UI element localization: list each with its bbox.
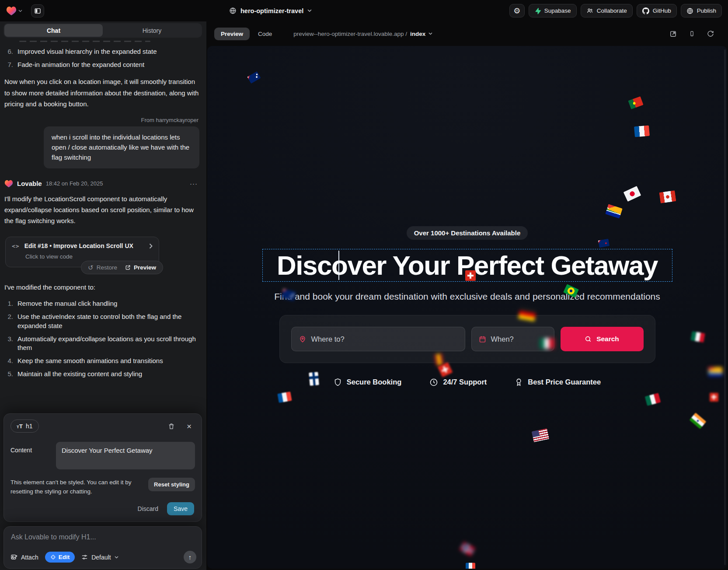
github-button[interactable]: GitHub (637, 4, 677, 17)
element-tag-pill[interactable]: TT h1 (10, 420, 39, 433)
shield-icon (334, 378, 342, 387)
search-label: Search (596, 335, 619, 343)
globe-icon (229, 7, 237, 14)
refresh-icon[interactable] (707, 30, 714, 37)
reset-styling-button[interactable]: Reset styling (148, 478, 195, 491)
mexico-flag-icon (540, 338, 554, 349)
app-top-bar: hero-optimizer-travel ⚙ Supabase Collabo… (0, 0, 728, 21)
trash-icon[interactable] (168, 423, 175, 430)
france-flag-icon (466, 563, 475, 569)
france-flag-icon (634, 126, 650, 137)
where-to-input[interactable]: Where to? (291, 327, 465, 351)
project-name: hero-optimizer-travel (240, 7, 303, 14)
publish-button[interactable]: Publish (681, 4, 722, 17)
supabase-button[interactable]: Supabase (529, 4, 577, 17)
supabase-icon (534, 7, 541, 14)
switzerland-flag-icon (465, 270, 476, 281)
gear-icon: ⚙ (513, 7, 520, 15)
preview-toolbar: Preview Code preview--hero-optimizer-tra… (206, 21, 728, 46)
tab-chat[interactable]: Chat (4, 24, 103, 37)
styling-note: This element can't be styled. You can ed… (10, 478, 143, 497)
feature-label: 24/7 Support (443, 378, 487, 386)
github-icon (642, 7, 649, 14)
list-item: 3.Automatically expand/collapse location… (4, 335, 199, 353)
preview-pane: Preview Code preview--hero-optimizer-tra… (206, 21, 728, 570)
version-actions-pill: ↺ Restore Preview (81, 261, 163, 274)
list-item: 6.Improved visual hierarchy in the expan… (4, 47, 199, 56)
edit-mode-button[interactable]: Edit (45, 552, 75, 563)
preview-label: Preview (134, 264, 156, 271)
calendar-icon (479, 336, 486, 343)
map-pin-icon (299, 335, 307, 343)
chevron-down-icon (307, 9, 312, 12)
content-textarea[interactable]: Discover Your Perfect Getaway (56, 442, 195, 469)
send-button[interactable]: ↑ (184, 551, 196, 563)
sliders-icon (81, 554, 88, 560)
search-card: Where to? When? (279, 315, 655, 363)
save-button[interactable]: Save (167, 502, 194, 515)
lovable-logo-menu[interactable] (6, 6, 22, 16)
publish-label: Publish (697, 7, 716, 14)
switzerland-flag-icon (710, 393, 718, 402)
url-host: preview--hero-optimizer-travel.lovable.a… (293, 31, 407, 37)
preview-url[interactable]: preview--hero-optimizer-travel.lovable.a… (293, 31, 432, 37)
chevron-right-icon (149, 243, 153, 249)
open-in-new-tab-icon[interactable] (669, 30, 677, 38)
preview-scrollbar[interactable] (724, 49, 726, 565)
supabase-label: Supabase (544, 7, 571, 14)
external-link-icon (125, 265, 131, 270)
search-icon (585, 336, 592, 343)
hero-subtitle: Find and book your dream destination wit… (274, 291, 660, 302)
attach-button[interactable]: Attach (10, 554, 38, 561)
close-icon[interactable]: × (187, 422, 192, 430)
collaborate-button[interactable]: Collaborate (581, 4, 633, 17)
discard-button[interactable]: Discard (138, 505, 158, 512)
globe-icon (686, 7, 693, 14)
feature-best-price: Best Price Guarantee (515, 378, 601, 387)
image-icon (10, 554, 17, 561)
message-menu-button[interactable]: ··· (190, 180, 198, 187)
list-item: 5.Maintain all the existing content and … (4, 370, 199, 379)
settings-button[interactable]: ⚙ (509, 4, 525, 17)
restore-button[interactable]: ↺ Restore (88, 264, 117, 272)
assistant-paragraph: Now when you click on a location image, … (4, 76, 199, 109)
text-cursor (338, 251, 339, 280)
mode-selector[interactable]: Default (81, 554, 118, 561)
github-label: GitHub (653, 7, 671, 14)
canada-flag-icon (659, 190, 676, 203)
restore-label: Restore (97, 264, 117, 271)
chevron-down-icon (428, 32, 432, 35)
preview-version-button[interactable]: Preview (125, 264, 156, 271)
sidebar-toggle-button[interactable] (31, 4, 44, 17)
chat-input[interactable]: Ask Lovable to modify H1... (11, 533, 195, 541)
list-item: 4.Keep the same smooth animations and tr… (4, 357, 199, 366)
element-editor-panel: TT h1 × Content Discover Your Perfect Ge… (3, 413, 202, 522)
list-item: 2.Use the activeIndex state to control b… (4, 312, 199, 330)
preview-viewport: Over 1000+ Destinations Available Discov… (207, 46, 727, 569)
chevron-down-icon (115, 556, 118, 559)
user-attribution: From harrymckayroper (4, 117, 199, 123)
chevron-down-icon (18, 10, 22, 12)
project-switcher[interactable]: hero-optimizer-travel (229, 0, 312, 21)
restore-icon: ↺ (88, 264, 94, 272)
tab-history[interactable]: History (103, 24, 201, 37)
feature-secure-booking: Secure Booking (334, 378, 402, 387)
feature-label: Secure Booking (347, 378, 402, 386)
assistant-name: Lovable (17, 180, 42, 187)
mobile-view-icon[interactable] (689, 30, 695, 38)
list-item: 7.Fade-in animation for the expanded con… (4, 60, 199, 70)
search-button[interactable]: Search (561, 327, 644, 351)
edit-version-card[interactable]: <> Edit #18 • Improve Location Scroll UX… (5, 237, 159, 267)
assistant-paragraph: I'll modify the LocationScroll component… (4, 193, 199, 227)
clock-icon (429, 378, 438, 387)
tab-preview[interactable]: Preview (214, 28, 250, 40)
element-tag-label: h1 (26, 423, 33, 430)
chat-sidebar: Chat History 6.Improved visual hierarchy… (0, 21, 206, 570)
feature-row: Secure Booking 24/7 Support (334, 378, 601, 387)
chat-message-list: 6.Improved visual hierarchy in the expan… (0, 41, 206, 378)
assistant-paragraph: I've modified the component to: (4, 282, 199, 293)
sidebar-tab-bar: Chat History (3, 23, 202, 38)
panel-left-icon (34, 7, 41, 14)
tab-code[interactable]: Code (256, 28, 274, 40)
user-message-bubble: when i scroll into the individual locati… (44, 126, 199, 168)
